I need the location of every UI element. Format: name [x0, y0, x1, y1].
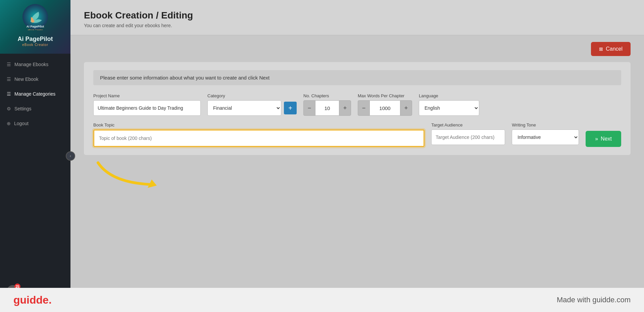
page-title: Ebook Creation / Editing	[84, 10, 631, 21]
sidebar-item-label: Settings	[14, 106, 32, 111]
sidebar-item-settings[interactable]: ⚙ Settings	[0, 101, 70, 116]
next-button[interactable]: » Next	[586, 131, 621, 147]
target-audience-label: Target Audience	[431, 122, 505, 127]
guidde-logo: guidde.	[13, 294, 52, 306]
max-words-group: Max Words Per Chapter − +	[358, 93, 412, 116]
writing-tone-label: Writing Tone	[512, 122, 579, 127]
max-words-input[interactable]	[370, 100, 400, 116]
menu-icon: ☰	[7, 62, 11, 67]
project-name-label: Project Name	[93, 93, 201, 98]
target-audience-group: Target Audience	[431, 122, 505, 145]
logo-text: Ai PagePilot	[17, 36, 53, 43]
form-row-2: Book Topic Target Audience Writing Tone …	[93, 122, 621, 147]
language-label: Language	[419, 93, 479, 98]
sidebar-item-label: New Ebook	[14, 76, 39, 82]
max-words-counter: − +	[358, 100, 412, 116]
sidebar-item-manage-categories[interactable]: ☰ Manage Categories	[0, 87, 70, 101]
add-category-button[interactable]: +	[284, 102, 297, 114]
page-subtitle: You can create and edit your ebooks here…	[84, 23, 631, 28]
cancel-label: Cancel	[606, 46, 623, 52]
form-info-text: Please enter some information about what…	[93, 70, 621, 85]
sidebar-item-manage-ebooks[interactable]: ☰ Manage Ebooks	[0, 57, 70, 72]
guidde-bar: guidde. Made with guidde.com	[0, 288, 644, 312]
next-icon: »	[595, 136, 598, 142]
sidebar-item-new-ebook[interactable]: ☰ New Ebook	[0, 72, 70, 87]
svg-text:Ai PagePilot: Ai PagePilot	[27, 25, 44, 28]
arrow-annotation	[91, 156, 165, 198]
category-group: Category Financial Technology Health Bus…	[207, 93, 297, 116]
project-name-group: Project Name	[93, 93, 201, 116]
gear-icon: ⚙	[7, 106, 11, 111]
logo-subtext: eBook Creator	[17, 43, 53, 47]
content-area: ⊠ Cancel Please enter some information a…	[70, 35, 644, 312]
sidebar-item-label: Manage Categories	[14, 91, 55, 97]
cancel-button[interactable]: ⊠ Cancel	[591, 42, 631, 56]
book-topic-group: Book Topic	[93, 122, 425, 147]
logout-icon: ⊕	[7, 121, 11, 126]
main-content: Ebook Creation / Editing You can create …	[70, 0, 644, 312]
max-words-increment-button[interactable]: +	[400, 100, 412, 116]
svg-text:eBook Creator: eBook Creator	[28, 29, 43, 30]
next-label: Next	[601, 136, 612, 142]
plus-icon: +	[288, 104, 292, 112]
svg-marker-3	[148, 179, 157, 188]
chapters-input[interactable]	[315, 100, 339, 116]
chapters-group: No. Chapters − +	[303, 93, 351, 116]
writing-tone-group: Writing Tone Informative Casual Professi…	[512, 122, 579, 145]
sidebar-logo: Ai PagePilot eBook Creator Ai PagePilot …	[0, 0, 70, 54]
form-card: Please enter some information about what…	[84, 62, 631, 155]
sidebar-item-logout[interactable]: ⊕ Logout	[0, 116, 70, 131]
target-audience-input[interactable]	[431, 129, 505, 145]
sidebar: Ai PagePilot eBook Creator Ai PagePilot …	[0, 0, 70, 312]
book-topic-input[interactable]	[93, 129, 425, 147]
category-label: Category	[207, 93, 297, 98]
menu-icon: ☰	[7, 91, 11, 97]
book-topic-label: Book Topic	[93, 122, 425, 127]
max-words-decrement-button[interactable]: −	[358, 100, 370, 116]
sidebar-nav: ☰ Manage Ebooks ☰ New Ebook ☰ Manage Cat…	[0, 54, 70, 278]
sidebar-collapse-button[interactable]: ‹	[66, 151, 75, 161]
chevron-left-icon: ‹	[70, 154, 71, 158]
writing-tone-select[interactable]: Informative Casual Professional Academic	[512, 129, 579, 145]
chapters-increment-button[interactable]: +	[339, 100, 351, 116]
chapters-counter: − +	[303, 100, 351, 116]
sidebar-item-label: Logout	[14, 121, 29, 126]
project-name-input[interactable]	[93, 100, 201, 116]
sidebar-item-label: Manage Ebooks	[14, 62, 48, 67]
page-header: Ebook Creation / Editing You can create …	[70, 0, 644, 35]
category-select[interactable]: Financial Technology Health Business	[207, 100, 281, 116]
menu-icon: ☰	[7, 76, 11, 82]
chapters-decrement-button[interactable]: −	[303, 100, 315, 116]
guidde-tagline: Made with guidde.com	[557, 296, 631, 304]
language-group: Language English Spanish French German	[419, 93, 479, 116]
language-select[interactable]: English Spanish French German	[419, 100, 479, 116]
cancel-icon: ⊠	[599, 46, 603, 52]
chapters-label: No. Chapters	[303, 93, 351, 98]
max-words-label: Max Words Per Chapter	[358, 93, 412, 98]
form-row-1: Project Name Category Financial Technolo…	[93, 93, 621, 116]
